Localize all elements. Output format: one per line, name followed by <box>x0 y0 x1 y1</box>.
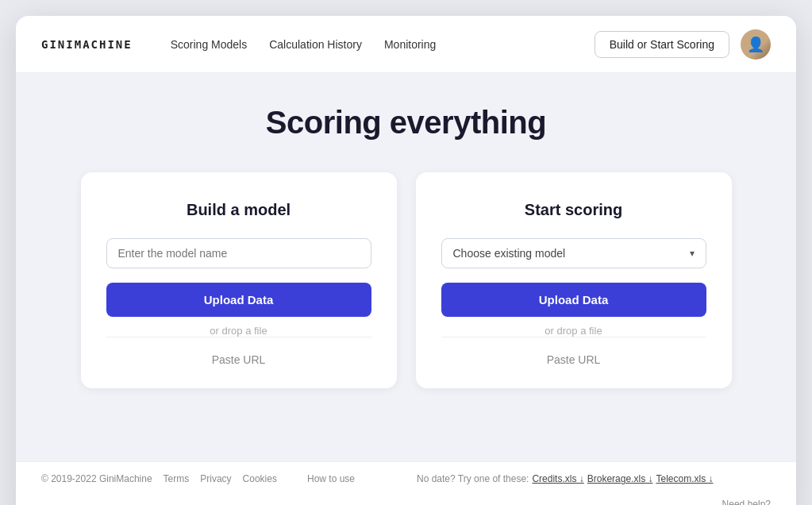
footer-privacy[interactable]: Privacy <box>200 473 231 484</box>
start-scoring-card: Start scoring Choose existing model ▾ Up… <box>416 172 732 388</box>
nav-scoring-models[interactable]: Scoring Models <box>171 38 248 51</box>
navbar: GINIMACHINE Scoring Models Calculation H… <box>16 16 796 73</box>
build-paste-url[interactable]: Paste URL <box>106 337 371 366</box>
nav-right: Build or Start Scoring 👤 <box>595 29 771 60</box>
model-select-wrapper[interactable]: Choose existing model ▾ <box>441 238 706 268</box>
cards-row: Build a model Upload Data or drop a file… <box>81 172 732 388</box>
avatar[interactable]: 👤 <box>741 29 771 60</box>
footer-file-credits[interactable]: Credits.xls ↓ <box>532 473 583 484</box>
footer-file-brokerage[interactable]: Brokerage.xls ↓ <box>587 473 653 484</box>
nav-links: Scoring Models Calculation History Monit… <box>171 38 437 51</box>
build-drop-hint: or drop a file <box>210 325 267 337</box>
logo: GINIMACHINE <box>41 38 133 51</box>
score-drop-hint: or drop a file <box>545 325 602 337</box>
score-card-title: Start scoring <box>525 201 622 219</box>
build-upload-button[interactable]: Upload Data <box>106 283 371 317</box>
main-content: Scoring everything Build a model Upload … <box>16 73 796 461</box>
footer-try-text: No date? Try one of these: <box>417 473 529 484</box>
chevron-down-icon: ▾ <box>690 248 695 259</box>
model-select-label: Choose existing model <box>453 247 566 260</box>
footer-file-telecom[interactable]: Telecom.xls ↓ <box>656 473 713 484</box>
footer-cookies[interactable]: Cookies <box>243 473 277 484</box>
model-select-display[interactable]: Choose existing model ▾ <box>441 238 706 268</box>
footer-copyright: © 2019-2022 GiniMachine <box>41 473 152 484</box>
nav-calculation-history[interactable]: Calculation History <box>269 38 362 51</box>
footer-how-to-use[interactable]: How to use <box>307 473 355 484</box>
build-model-card: Build a model Upload Data or drop a file… <box>81 172 397 388</box>
footer-need-help[interactable]: Need help? <box>722 499 771 505</box>
footer-terms[interactable]: Terms <box>164 473 190 484</box>
avatar-image: 👤 <box>741 29 771 60</box>
page-title: Scoring everything <box>266 105 546 141</box>
score-paste-url[interactable]: Paste URL <box>441 337 706 366</box>
build-card-title: Build a model <box>187 201 291 219</box>
nav-monitoring[interactable]: Monitoring <box>384 38 436 51</box>
build-or-start-button[interactable]: Build or Start Scoring <box>595 31 729 58</box>
app-window: GINIMACHINE Scoring Models Calculation H… <box>16 16 796 505</box>
footer: © 2019-2022 GiniMachine Terms Privacy Co… <box>16 461 796 505</box>
score-upload-button[interactable]: Upload Data <box>441 283 706 317</box>
footer-try-files: No date? Try one of these: Credits.xls ↓… <box>417 473 714 484</box>
footer-left: © 2019-2022 GiniMachine Terms Privacy Co… <box>41 473 277 484</box>
model-name-input[interactable] <box>106 238 371 268</box>
